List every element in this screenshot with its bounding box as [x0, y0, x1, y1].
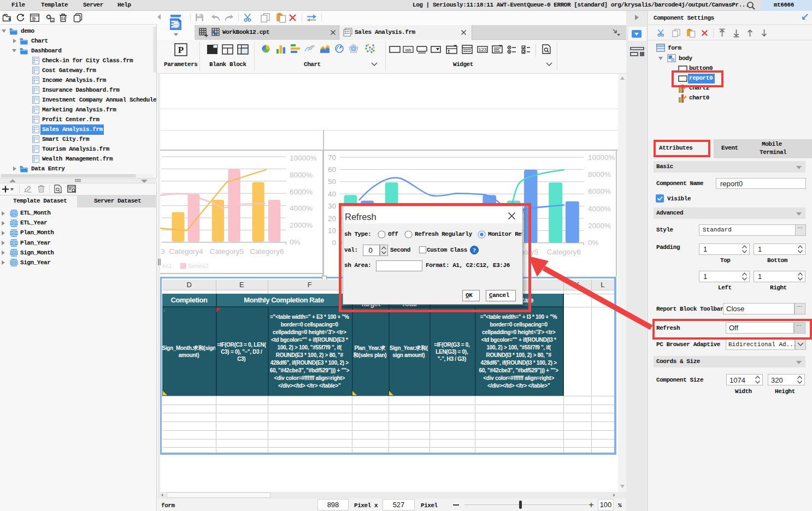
- svg-text:lab: lab: [405, 47, 411, 52]
- svg-text:P: P: [178, 45, 184, 55]
- svg-text:123: 123: [478, 47, 486, 52]
